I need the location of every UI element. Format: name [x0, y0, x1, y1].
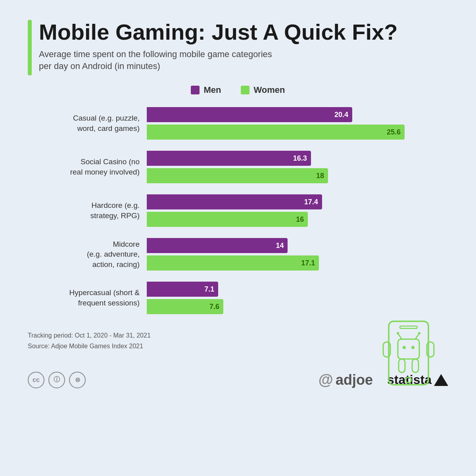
men-bar-wrap: 20.4 — [147, 107, 448, 122]
svg-line-6 — [415, 334, 419, 339]
women-bar: 18 — [147, 168, 328, 183]
men-bar-wrap: 14 — [147, 238, 448, 253]
category-label: Midcore(e.g. adventure,action, racing) — [36, 239, 147, 270]
svg-rect-3 — [398, 339, 419, 359]
chart-row: Casual (e.g. puzzle,word, card games)20.… — [36, 107, 448, 140]
legend-women: Women — [241, 85, 285, 95]
women-bar-wrap: 17.1 — [147, 255, 448, 271]
category-label: Social Casino (noreal money involved) — [36, 157, 147, 177]
bars-column: 16.318 — [147, 151, 448, 183]
legend-men: Men — [191, 85, 221, 95]
bars-column: 17.416 — [147, 194, 448, 227]
adjoe-at-symbol: @ — [319, 371, 333, 388]
men-bar: 14 — [147, 238, 288, 253]
cc-nd-icon: ⊜ — [69, 372, 86, 388]
women-bar: 7.6 — [147, 299, 223, 314]
women-label: Women — [253, 85, 285, 95]
women-bar: 16 — [147, 212, 308, 227]
women-color-swatch — [241, 86, 250, 94]
svg-point-9 — [411, 346, 415, 349]
svg-point-5 — [397, 332, 399, 334]
chart-row: Social Casino (noreal money involved)16.… — [36, 151, 448, 183]
women-bar: 25.6 — [147, 125, 405, 140]
men-bar-wrap: 16.3 — [147, 151, 448, 166]
legend: Men Women — [28, 85, 448, 95]
title-section: Mobile Gaming: Just A Quick Fix? Average… — [28, 20, 448, 75]
green-accent-bar — [28, 20, 32, 75]
men-bar-wrap: 7.1 — [147, 282, 448, 297]
android-illustration — [365, 309, 452, 397]
category-label: Hypercasual (short &frequent sessions) — [36, 288, 147, 308]
main-title: Mobile Gaming: Just A Quick Fix? — [39, 20, 397, 44]
men-bar: 17.4 — [147, 194, 322, 209]
men-bar: 16.3 — [147, 151, 311, 166]
cc-by-icon: ⓘ — [48, 372, 65, 388]
chart-row: Midcore(e.g. adventure,action, racing)14… — [36, 238, 448, 271]
bars-column: 20.425.6 — [147, 107, 448, 140]
category-label: Hardcore (e.g.strategy, RPG) — [36, 200, 147, 221]
women-bar-wrap: 25.6 — [147, 125, 448, 140]
women-bar-wrap: 18 — [147, 168, 448, 183]
chart-area: Casual (e.g. puzzle,word, card games)20.… — [28, 107, 448, 314]
men-bar: 20.4 — [147, 107, 352, 122]
svg-line-4 — [398, 334, 402, 339]
svg-point-8 — [403, 346, 406, 349]
men-bar: 7.1 — [147, 282, 218, 297]
cc-icon: cc — [28, 372, 44, 388]
bars-column: 1417.1 — [147, 238, 448, 271]
svg-rect-13 — [412, 359, 418, 372]
svg-rect-12 — [399, 359, 405, 372]
svg-rect-2 — [400, 326, 417, 328]
subtitle: Average time spent on the following mobi… — [39, 48, 285, 73]
svg-point-1 — [406, 377, 411, 383]
men-label: Men — [203, 85, 221, 95]
women-bar-wrap: 16 — [147, 212, 448, 227]
men-bar-wrap: 17.4 — [147, 194, 448, 209]
svg-rect-0 — [389, 321, 428, 385]
cc-icons: cc ⓘ ⊜ — [28, 372, 86, 388]
men-color-swatch — [191, 86, 200, 94]
svg-point-7 — [418, 332, 420, 334]
chart-row: Hardcore (e.g.strategy, RPG)17.416 — [36, 194, 448, 227]
women-bar: 17.1 — [147, 255, 319, 271]
category-label: Casual (e.g. puzzle,word, card games) — [36, 113, 147, 133]
